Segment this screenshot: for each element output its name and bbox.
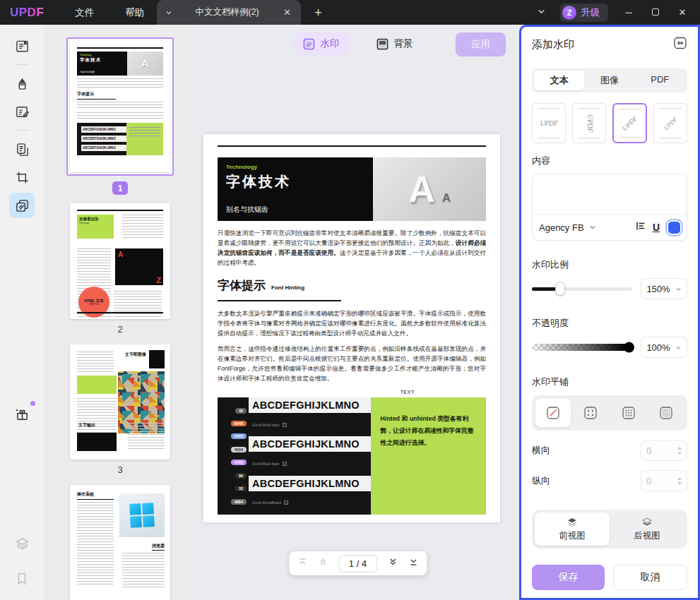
thumb1-callout-lines (129, 127, 160, 137)
page-top-rule (218, 145, 486, 147)
scale-value-dropdown[interactable]: 150% (641, 278, 687, 299)
preview-diagonal-2[interactable]: UPDF (653, 103, 687, 143)
cancel-button[interactable]: 取消 (613, 565, 687, 590)
spin-down-icon[interactable] (677, 482, 682, 485)
document-tab[interactable]: 中文文档样例(2) ✕ (157, 0, 301, 25)
thumb2-title: 亚像素渲染 (79, 217, 112, 222)
panel-expand-icon[interactable] (673, 36, 687, 53)
specimen-label: Grold Bold Italicfi (249, 413, 371, 436)
tab-close-icon[interactable]: ✕ (282, 7, 292, 18)
thumbnail-page-1[interactable]: Technology 字体技术 别名与抗锯齿 A 字体提示 ABCDEFGHIJ… (66, 37, 174, 176)
color-swatch[interactable] (668, 222, 680, 234)
maximize-button[interactable] (649, 7, 662, 18)
background-mode-button[interactable]: 背景 (367, 32, 422, 55)
scroll-to-bottom-icon[interactable] (408, 557, 418, 570)
thumb4-windows-image (119, 493, 165, 537)
front-view-button[interactable]: 前视图 (535, 512, 610, 546)
edit-tool-icon[interactable] (9, 99, 35, 124)
front-view-label: 前视图 (559, 530, 586, 542)
background-mode-label: 背景 (394, 37, 413, 50)
thumb2-letter-z: Z (156, 276, 161, 284)
watermark-mode-button[interactable]: 水印 (294, 32, 349, 55)
thumbnail-panel: Technology 字体技术 别名与抗锯齿 A 字体提示 ABCDEFGHIJ… (44, 25, 196, 600)
vertical-spinner[interactable]: 0 (641, 470, 687, 491)
preview-vertical[interactable]: UPDF (572, 103, 606, 143)
watermark-text-input[interactable] (533, 174, 687, 214)
tab-text[interactable]: 文本 (534, 71, 584, 90)
page-number-box[interactable]: 1 / 4 (338, 555, 377, 572)
font-chevron-down-icon[interactable] (589, 224, 596, 231)
tile-3x3-option[interactable] (611, 399, 646, 427)
upgrade-button[interactable]: Z 升级 (560, 4, 608, 22)
minimize-button[interactable]: ─ (622, 7, 635, 18)
titlebar: UPDF 文件 帮助 中文文档样例(2) ✕ + Z 升级 ─ ✕ (0, 0, 700, 25)
back-view-button[interactable]: 后视图 (610, 512, 684, 546)
menu-help[interactable]: 帮助 (125, 6, 144, 19)
background-mode-icon (376, 38, 388, 50)
updf-logo: UPDF (10, 6, 44, 20)
opacity-value-dropdown[interactable]: 100% (641, 337, 687, 358)
double-chevron-down-icon[interactable] (388, 557, 398, 570)
preview-diagonal-selected[interactable]: UPDF (612, 103, 646, 143)
scroll-to-top-icon[interactable] (297, 557, 307, 570)
watermark-tool-icon[interactable] (9, 193, 35, 218)
opacity-slider[interactable] (532, 344, 632, 351)
tile-2x2-option[interactable] (574, 399, 609, 427)
thumb1-subtitle: 别名与抗锯齿 (80, 71, 124, 73)
close-button[interactable]: ✕ (676, 7, 689, 18)
bookmark-panel-icon[interactable] (9, 566, 35, 592)
text-align-icon[interactable] (635, 220, 646, 234)
doc-paragraph-2: 大多数文本渲染引擎严重依赖提示来准确确定字形的哪些区域应该被平滑。字体提示或指示… (218, 309, 486, 339)
tile-label: 水印平铺 (532, 376, 687, 388)
gift-promo-icon[interactable] (9, 402, 35, 427)
tab-title: 中文文档样例(2) (172, 6, 282, 18)
annotate-tool-icon[interactable] (9, 71, 35, 96)
thumb3-title: 文字即图像 (125, 352, 146, 358)
thumbnail-page-2[interactable]: 亚像素渲染 Technology A Z HTML 文本 HTML Text (70, 203, 170, 318)
view-toggle: 前视图 后视图 (532, 510, 687, 548)
doc-callout: Hinted 和 unhinted 类型各有利弊，让设计师在易读性和字体完整性之… (371, 397, 486, 515)
save-button[interactable]: 保存 (532, 565, 605, 590)
tab-image[interactable]: 图像 (584, 71, 634, 90)
scale-slider-thumb[interactable] (555, 282, 565, 296)
thumb3-footer-heading: 文字输出 (78, 422, 95, 428)
tile-none-option[interactable] (535, 399, 571, 427)
new-tab-button[interactable]: + (314, 5, 322, 20)
pages-tool-icon[interactable] (9, 136, 35, 162)
spin-down-icon[interactable] (677, 452, 682, 455)
font-select[interactable]: Agency FB (539, 222, 584, 233)
layers-panel-icon[interactable] (9, 531, 35, 556)
thumb4-second-heading: 浏览器 (152, 543, 165, 551)
watermark-style-previews: UPDF UPDF UPDF UPDF (532, 103, 687, 143)
user-avatar[interactable]: Z (562, 6, 576, 20)
thumbnail-page-4[interactable]: 操作系统 浏览器 (70, 485, 170, 600)
underline-button[interactable]: U (651, 222, 661, 233)
horizontal-spinner[interactable]: 0 (641, 440, 687, 461)
doc-section-title: 字体提示 (218, 277, 266, 294)
tab-chevron-down-icon[interactable] (165, 6, 172, 19)
thumb1-letter-image: A (127, 52, 163, 76)
doc-subtitle: 别名与抗锯齿 (226, 205, 364, 215)
reader-tool-icon[interactable] (9, 33, 35, 59)
scale-label: 水印比例 (532, 258, 687, 271)
toolbar-divider (15, 130, 29, 131)
menu-file[interactable]: 文件 (75, 6, 94, 19)
toolbar-collapse-chevron-icon[interactable] (537, 6, 546, 19)
opacity-slider-thumb[interactable] (624, 342, 634, 353)
crop-tool-icon[interactable] (9, 164, 35, 190)
double-chevron-up-icon[interactable] (318, 557, 328, 570)
apply-button[interactable]: 应用 (456, 32, 506, 56)
layers-back-icon (641, 517, 653, 528)
tile-dense-option[interactable] (649, 399, 684, 427)
tab-pdf[interactable]: PDF (635, 71, 685, 90)
preview-horizontal[interactable]: UPDF (532, 103, 566, 143)
thumbnail-page-3[interactable]: 文字即图像 文字输出 (70, 344, 170, 460)
scale-slider[interactable] (532, 287, 632, 291)
thumb3-text-lines (77, 398, 117, 435)
spin-up-icon[interactable] (677, 447, 682, 450)
toolbar-divider (15, 64, 29, 65)
thumb4-text-lines (77, 502, 114, 587)
tile-options (532, 395, 687, 431)
horizontal-value: 0 (646, 445, 651, 456)
spin-up-icon[interactable] (677, 477, 682, 480)
